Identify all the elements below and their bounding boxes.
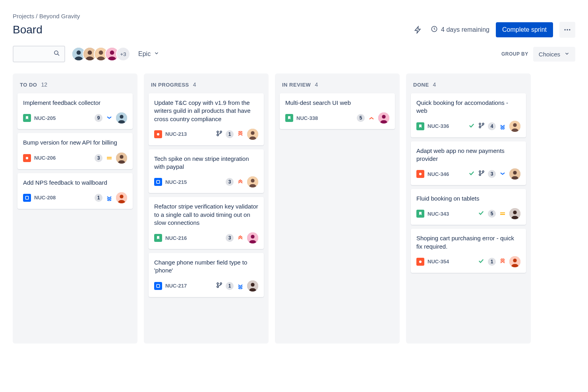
story-icon bbox=[416, 122, 424, 130]
issue-card[interactable]: Implement feedback collector NUC-205 9 bbox=[17, 93, 133, 129]
card-title: Fluid booking on tablets bbox=[416, 195, 520, 203]
search-input[interactable] bbox=[13, 46, 65, 62]
story-points-badge: 3 bbox=[226, 178, 234, 186]
issue-key: NUC-354 bbox=[427, 259, 449, 265]
svg-point-44 bbox=[482, 123, 484, 125]
svg-rect-34 bbox=[157, 284, 160, 288]
avatar-more[interactable]: +3 bbox=[116, 47, 130, 61]
issue-card[interactable]: Fluid booking on tablets NUC-343 5 bbox=[411, 189, 526, 225]
svg-point-47 bbox=[419, 173, 422, 175]
svg-point-10 bbox=[99, 50, 103, 55]
svg-point-1 bbox=[565, 29, 566, 30]
breadcrumb-project-name[interactable]: Beyond Gravity bbox=[39, 13, 80, 19]
more-button[interactable] bbox=[559, 22, 575, 38]
branch-icon bbox=[478, 122, 485, 130]
svg-point-33 bbox=[251, 235, 254, 238]
priority-icon bbox=[106, 114, 113, 122]
assignee-avatar[interactable] bbox=[509, 168, 520, 180]
assignee-avatar[interactable] bbox=[509, 256, 520, 267]
svg-point-24 bbox=[217, 131, 219, 133]
issue-card[interactable]: Add NPS feedback to wallboard NUC-208 1 bbox=[17, 173, 133, 209]
story-points-badge: 5 bbox=[357, 114, 365, 122]
done-check-icon bbox=[478, 209, 485, 218]
priority-icon bbox=[499, 258, 506, 265]
complete-sprint-button[interactable]: Complete sprint bbox=[496, 22, 553, 37]
svg-point-4 bbox=[54, 51, 58, 54]
issue-card[interactable]: Refactor stripe verification key validat… bbox=[149, 197, 264, 249]
svg-rect-17 bbox=[107, 158, 112, 159]
task-icon bbox=[23, 194, 31, 202]
automation-icon[interactable] bbox=[412, 23, 424, 36]
task-icon bbox=[154, 178, 162, 186]
avatar-stack[interactable]: +3 bbox=[72, 47, 130, 61]
svg-point-26 bbox=[220, 131, 222, 133]
column-title: IN REVIEW bbox=[282, 82, 311, 88]
svg-point-28 bbox=[251, 131, 254, 135]
assignee-avatar[interactable] bbox=[509, 121, 520, 132]
breadcrumb: Projects / Beyond Gravity bbox=[13, 13, 575, 19]
svg-point-3 bbox=[569, 29, 570, 30]
issue-card[interactable]: Bump version for new API for billing NUC… bbox=[17, 133, 133, 169]
group-by-select[interactable]: Choices bbox=[533, 47, 575, 62]
assignee-avatar[interactable] bbox=[116, 112, 127, 124]
page-title: Board bbox=[13, 23, 43, 36]
issue-key: NUC-216 bbox=[165, 235, 187, 241]
issue-card[interactable]: Adapt web app no new payments provider N… bbox=[411, 141, 526, 185]
svg-point-22 bbox=[120, 195, 123, 198]
done-check-icon bbox=[468, 170, 475, 178]
done-check-icon bbox=[478, 257, 485, 266]
branch-icon bbox=[478, 170, 485, 178]
issue-card[interactable]: Quick booking for accomodations - web NU… bbox=[411, 93, 526, 137]
svg-rect-16 bbox=[107, 157, 112, 158]
issue-card[interactable]: Shoping cart purchasing error - quick fi… bbox=[411, 229, 526, 273]
assignee-avatar[interactable] bbox=[247, 176, 258, 187]
priority-icon bbox=[106, 154, 113, 162]
story-icon bbox=[154, 234, 162, 242]
svg-point-42 bbox=[479, 123, 481, 125]
assignee-avatar[interactable] bbox=[247, 129, 258, 140]
assignee-avatar[interactable] bbox=[247, 232, 258, 243]
card-title: Adapt web app no new payments provider bbox=[416, 147, 520, 163]
story-points-badge: 9 bbox=[95, 114, 103, 122]
svg-point-15 bbox=[26, 156, 28, 159]
days-remaining: 4 days remaining bbox=[431, 25, 489, 34]
svg-point-59 bbox=[513, 259, 516, 262]
story-points-badge: 3 bbox=[226, 234, 234, 242]
branch-icon bbox=[216, 130, 222, 138]
svg-point-37 bbox=[220, 283, 222, 284]
priority-icon bbox=[237, 234, 244, 241]
bug-icon bbox=[23, 154, 31, 162]
assignee-avatar[interactable] bbox=[116, 192, 127, 203]
issue-card[interactable]: Multi-dest search UI web NUC-338 5 bbox=[280, 93, 395, 129]
issue-key: NUC-343 bbox=[427, 211, 449, 217]
issue-key: NUC-338 bbox=[296, 115, 318, 121]
issue-card[interactable]: Change phone number field type to 'phone… bbox=[149, 253, 264, 297]
story-points-badge: 1 bbox=[226, 282, 234, 290]
issue-key: NUC-215 bbox=[165, 179, 187, 185]
issue-key: NUC-336 bbox=[427, 123, 449, 129]
issue-card[interactable]: Update T&C copy with v1.9 from the write… bbox=[149, 93, 264, 145]
chevron-down-icon bbox=[564, 51, 570, 58]
assignee-avatar[interactable] bbox=[116, 153, 127, 164]
epic-filter-button[interactable]: Epic bbox=[137, 47, 161, 61]
issue-card[interactable]: Tech spike on new stripe integration wit… bbox=[149, 149, 264, 193]
column-title: DONE bbox=[413, 82, 429, 88]
assignee-avatar[interactable] bbox=[378, 112, 389, 124]
column: IN PROGRESS4Update T&C copy with v1.9 fr… bbox=[144, 73, 269, 344]
svg-point-25 bbox=[217, 134, 219, 136]
priority-icon bbox=[499, 170, 506, 178]
svg-point-2 bbox=[567, 29, 568, 30]
assignee-avatar[interactable] bbox=[509, 208, 520, 219]
story-points-badge: 1 bbox=[95, 194, 103, 202]
column-count: 4 bbox=[315, 81, 318, 88]
bug-icon bbox=[416, 170, 424, 178]
breadcrumb-projects[interactable]: Projects bbox=[13, 13, 34, 19]
story-icon bbox=[416, 210, 424, 218]
priority-icon bbox=[106, 194, 113, 201]
card-title: Implement feedback collector bbox=[23, 99, 127, 107]
priority-icon bbox=[499, 210, 506, 217]
column-title: TO DO bbox=[20, 82, 37, 88]
assignee-avatar[interactable] bbox=[247, 280, 258, 292]
issue-key: NUC-205 bbox=[34, 115, 56, 121]
svg-rect-29 bbox=[157, 181, 160, 184]
